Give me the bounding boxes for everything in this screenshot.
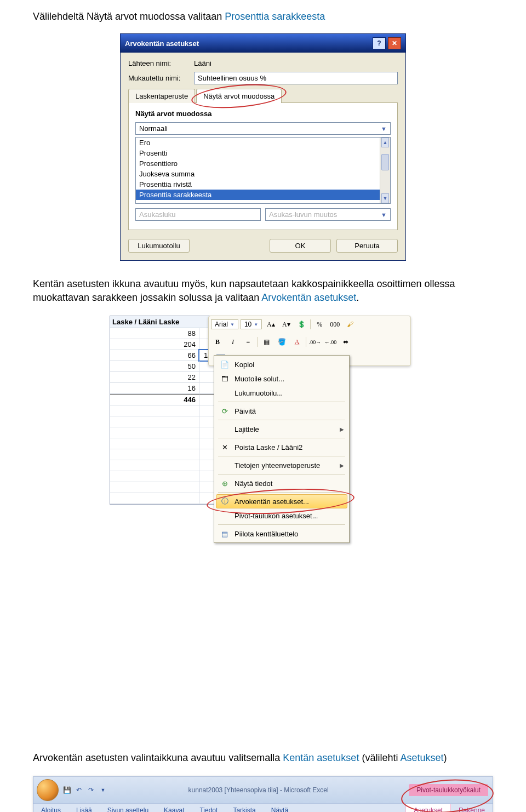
ctx-refresh[interactable]: ⟳Päivitä (216, 404, 347, 418)
number-format-button[interactable]: Lukumuotoilu (128, 239, 190, 253)
context-menu: 📄Kopioi 🗔Muotoile solut... Lukumuotoilu.… (214, 355, 350, 543)
help-button[interactable]: ? (373, 37, 386, 49)
contextual-tab-label: Pivot-taulukkotyökalut (409, 784, 488, 796)
pivot-cell[interactable]: 88 (110, 328, 199, 339)
ctx-number-format[interactable]: Lukumuotoilu... (216, 386, 347, 400)
link-text: Kentän asetukset (283, 752, 359, 763)
tab-review[interactable]: Tarkista (225, 804, 263, 812)
dialog-title: Arvokentän asetukset (125, 39, 370, 48)
section-title: Näytä arvot muodossa (135, 110, 391, 118)
list-item[interactable]: Prosenttia rivistä (136, 179, 390, 190)
bold-icon[interactable]: B (211, 336, 224, 348)
size-combo[interactable]: 10▼ (241, 319, 262, 329)
separator (218, 438, 345, 438)
chevron-down-icon: ▼ (381, 211, 387, 218)
expand-icon: ⊕ (219, 478, 230, 488)
link-text: Asetukset (400, 752, 443, 763)
separator (218, 456, 345, 456)
quick-access-toolbar: 💾 ↶ ↷ ▼ (62, 785, 108, 795)
ribbon-titlebar: 💾 ↶ ↷ ▼ kunnat2003 [Yhteensopiva tila] -… (33, 777, 493, 803)
copy-icon: 📄 (219, 359, 230, 369)
pivot-total[interactable]: 446 (110, 394, 199, 405)
separator (306, 337, 306, 347)
format-cells-icon: 🗔 (219, 374, 230, 384)
paragraph-2: Kentän asetusten ikkuna avautuu myös, ku… (33, 277, 493, 305)
format-painter-icon[interactable]: 🖌 (344, 318, 357, 330)
increase-decimal-icon[interactable]: .00→ (308, 336, 322, 348)
list-item-selected[interactable]: Prosenttia sarakkeesta (136, 190, 390, 200)
separator (218, 402, 345, 402)
scroll-down-icon[interactable]: ▼ (381, 193, 389, 203)
intro-paragraph: Välilehdeltä Näytä arvot muodossa valita… (33, 11, 493, 22)
ctx-hide-field-list[interactable]: ▤Piilota kenttäluettelo (216, 527, 347, 541)
currency-icon[interactable]: 💲 (295, 318, 308, 330)
ok-button[interactable]: OK (270, 239, 331, 253)
tab-show-values-as[interactable]: Näytä arvot muodossa (196, 89, 282, 103)
source-name-label: Lähteen nimi: (128, 59, 194, 67)
ctx-sort[interactable]: Lajittele▶ (216, 422, 347, 436)
paragraph-3: Arvokentän asetusten valintaikkuna avaut… (33, 751, 493, 765)
ctx-format-cells[interactable]: 🗔Muotoile solut... (216, 371, 347, 386)
custom-name-input[interactable]: Suhteellinen osuus % (194, 72, 398, 84)
separator (218, 474, 345, 474)
tab-calculation-basis[interactable]: Laskentaperuste (128, 89, 195, 103)
shrink-font-icon[interactable]: A▾ (279, 318, 293, 330)
cancel-button[interactable]: Peruuta (336, 239, 398, 253)
office-button[interactable] (37, 779, 59, 801)
ctx-value-field-settings[interactable]: ⓘ Arvokentän asetukset... (216, 494, 347, 508)
italic-icon[interactable]: I (226, 336, 239, 348)
decrease-decimal-icon[interactable]: ←.00 (324, 336, 337, 348)
separator (257, 337, 258, 347)
submenu-arrow-icon: ▶ (340, 426, 344, 432)
context-menu-figure: Arial▼ 10▼ A▴ A▾ 💲 % 000 🖌 B I ≡ ▦ 🪣 A .… (110, 316, 416, 740)
thousands-icon[interactable]: 000 (328, 318, 341, 330)
excel-ribbon: 💾 ↶ ↷ ▼ kunnat2003 [Yhteensopiva tila] -… (33, 776, 493, 812)
pivot-cell[interactable]: 204 (110, 339, 199, 350)
list-item[interactable]: Juokseva summa (136, 169, 390, 179)
separator (218, 420, 345, 420)
align-center-icon[interactable]: ≡ (242, 336, 255, 348)
tab-formulas[interactable]: Kaavat (156, 804, 192, 812)
tab-page-layout[interactable]: Sivun asettelu (100, 804, 156, 812)
merge-icon[interactable]: ⬌ (339, 336, 352, 348)
dialog-titlebar: Arvokentän asetukset ? ✕ (121, 34, 405, 53)
custom-name-label: Mukautettu nimi: (128, 74, 194, 82)
window-title: kunnat2003 [Yhteensopiva tila] - Microso… (108, 786, 409, 794)
save-icon[interactable]: 💾 (62, 785, 72, 795)
close-button[interactable]: ✕ (388, 37, 401, 49)
scroll-up-icon[interactable]: ▲ (381, 138, 389, 147)
source-name-value: Lääni (194, 59, 211, 67)
grow-font-icon[interactable]: A▴ (264, 318, 277, 330)
border-icon[interactable]: ▦ (260, 336, 273, 348)
show-values-combo[interactable]: Normaali ▼ (135, 122, 391, 135)
tab-data[interactable]: Tiedot (192, 804, 225, 812)
ctx-remove[interactable]: ✕Poista Laske / Lääni2 (216, 440, 347, 454)
list-item[interactable]: Ero (136, 138, 390, 148)
list-item[interactable]: Prosentti (136, 148, 390, 158)
scrollbar[interactable]: ▲ ▼ (380, 138, 390, 203)
intro-link: Prosenttia sarakkeesta (225, 11, 325, 22)
pivot-cell[interactable]: 16 (110, 383, 199, 393)
ctx-copy[interactable]: 📄Kopioi (216, 357, 347, 371)
intro-text: Välilehdeltä Näytä arvot muodossa valita… (33, 11, 225, 22)
percent-icon[interactable]: % (313, 318, 326, 330)
pivot-cell[interactable]: 50 (110, 361, 199, 371)
redo-icon[interactable]: ↷ (86, 785, 96, 795)
fill-color-icon[interactable]: 🪣 (275, 336, 288, 348)
tab-insert[interactable]: Lisää (68, 804, 100, 812)
tab-view[interactable]: Näytä (264, 804, 296, 812)
separator (218, 524, 345, 525)
font-combo[interactable]: Arial▼ (211, 319, 238, 329)
font-color-icon[interactable]: A (290, 336, 304, 348)
pivot-cell[interactable]: 66 (110, 350, 199, 361)
tab-home[interactable]: Aloitus (33, 804, 68, 812)
qat-dropdown-icon[interactable]: ▼ (98, 785, 108, 795)
pivot-cell[interactable]: 22 (110, 372, 199, 382)
ctx-summarize-by[interactable]: Tietojen yhteenvetoperuste▶ (216, 458, 347, 472)
list-item[interactable]: Prosenttiero (136, 158, 390, 169)
disabled-combo-1: Asukasluku (135, 208, 261, 221)
scroll-thumb[interactable] (381, 154, 389, 170)
undo-icon[interactable]: ↶ (74, 785, 84, 795)
ctx-show-details[interactable]: ⊕Näytä tiedot (216, 476, 347, 490)
show-values-listbox[interactable]: Ero Prosentti Prosenttiero Juokseva summ… (135, 137, 391, 204)
